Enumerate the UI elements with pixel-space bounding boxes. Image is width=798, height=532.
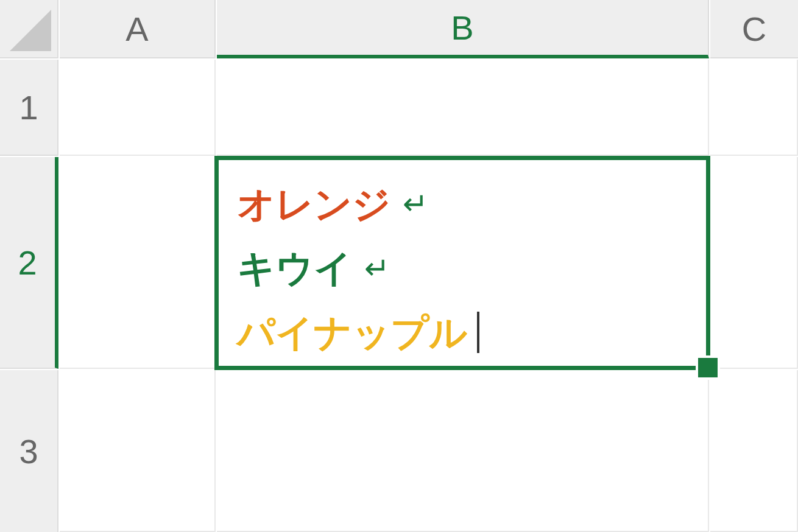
- column-header-c[interactable]: C: [710, 0, 798, 58]
- select-all-corner[interactable]: [0, 0, 58, 58]
- spreadsheet-grid: A B C 1 2 3 オレンジ ↵ キウイ ↵: [0, 0, 798, 532]
- cell-c3[interactable]: [710, 370, 798, 532]
- cell-text-orange: オレンジ: [237, 172, 390, 236]
- row-header-3[interactable]: 3: [0, 370, 58, 532]
- row-label: 1: [19, 88, 38, 127]
- active-cell-b2[interactable]: オレンジ ↵ キウイ ↵ パイナップル: [214, 156, 710, 370]
- cells-area: オレンジ ↵ キウイ ↵ パイナップル: [60, 60, 798, 532]
- cell-line-3: パイナップル: [237, 301, 688, 365]
- fill-handle[interactable]: [696, 355, 720, 380]
- text-cursor: [477, 312, 479, 353]
- cell-line-1: オレンジ ↵: [237, 172, 688, 236]
- cell-c2[interactable]: [710, 157, 798, 369]
- row-label: 2: [18, 243, 37, 282]
- cell-text-green: キウイ: [237, 236, 352, 300]
- cell-c1[interactable]: [710, 60, 798, 156]
- cell-line-2: キウイ ↵: [237, 236, 688, 300]
- column-header-a[interactable]: A: [60, 0, 216, 58]
- cell-a1[interactable]: [60, 60, 216, 156]
- svg-marker-0: [10, 10, 51, 51]
- line-break-icon: ↵: [403, 178, 428, 230]
- row-header-2[interactable]: 2: [0, 157, 58, 369]
- cell-a3[interactable]: [60, 370, 216, 532]
- cell-b1[interactable]: [217, 60, 709, 156]
- cell-a2[interactable]: [60, 157, 216, 369]
- row-label: 3: [19, 432, 38, 471]
- column-label: A: [125, 9, 148, 49]
- cell-b3[interactable]: [217, 370, 709, 532]
- column-label: C: [742, 9, 766, 49]
- column-label: B: [451, 8, 473, 47]
- line-break-icon: ↵: [364, 243, 390, 295]
- column-header-b[interactable]: B: [217, 0, 709, 58]
- cell-text-yellow: パイナップル: [237, 301, 467, 365]
- row-header-1[interactable]: 1: [0, 60, 58, 156]
- select-all-triangle-icon: [10, 10, 51, 51]
